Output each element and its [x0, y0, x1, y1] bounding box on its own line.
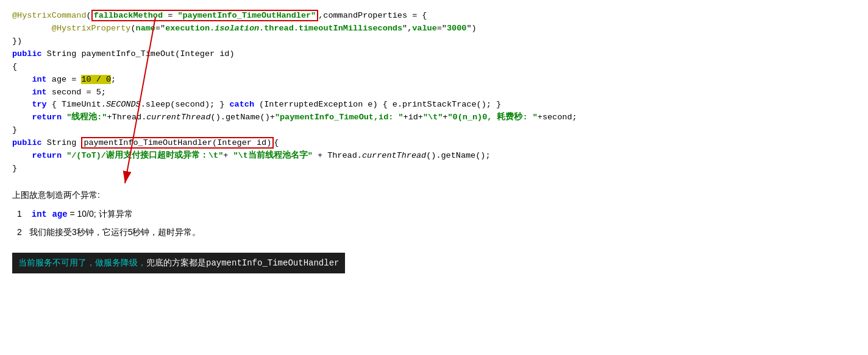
bottom-bar-method: paymentInfo_TimeOutHandler: [206, 258, 339, 268]
code-line-6: int age = 10 / 0;: [12, 74, 856, 86]
explanation-item1: 1 int age = 10/0; 计算异常: [17, 206, 856, 222]
code-line-10: }: [12, 124, 856, 137]
code-line-11: public String paymentInfo_TimeOutHandler…: [12, 137, 856, 150]
item1-num: 1: [17, 206, 27, 222]
code-line-3: }): [12, 35, 856, 48]
code-block: @HystrixCommand(fallbackMethod = "paymen…: [12, 10, 856, 175]
bottom-bar-cyan: 当前服务不可用了，做服务降级，: [18, 258, 146, 267]
item2-num: 2: [17, 225, 27, 240]
code-line-9: return "线程池:"+Thread.currentThread().get…: [12, 111, 856, 124]
item1-text-kw: int age = 10/0; 计算异常: [29, 209, 133, 219]
code-line-12: return "/(ToT)/谢用支付接口超时或异常：\t"+ "\t当前线程池…: [12, 150, 856, 163]
bottom-bar-white: 兜底的方案都是: [146, 258, 206, 267]
code-line-2: @HystrixProperty(name="execution.isolati…: [12, 23, 856, 35]
fallback-highlight: fallbackMethod = "paymentInfo_TimeOutHan…: [91, 10, 319, 21]
explanation-block: 上图故意制造两个异常: 1 int age = 10/0; 计算异常 2 我们能…: [12, 188, 856, 241]
code-line-7: int second = 5;: [12, 86, 856, 99]
explanation-item2: 2 我们能接受3秒钟，它运行5秒钟，超时异常。: [17, 225, 856, 240]
code-line-13: }: [12, 163, 856, 175]
explanation-title: 上图故意制造两个异常:: [12, 188, 856, 203]
code-line-4: public String paymentInfo_TimeOut(Intege…: [12, 48, 856, 61]
code-line-8: try { TimeUnit.SECONDS.sleep(second); } …: [12, 99, 856, 111]
code-line-5: {: [12, 61, 856, 74]
code-line-1: @HystrixCommand(fallbackMethod = "paymen…: [12, 10, 856, 23]
handler-highlight: paymentInfo_TimeOutHandler(Integer id): [81, 137, 274, 149]
bottom-bar: 当前服务不可用了，做服务降级，兜底的方案都是paymentInfo_TimeOu…: [12, 253, 345, 273]
item2-text: 我们能接受3秒钟，它运行5秒钟，超时异常。: [29, 227, 201, 237]
